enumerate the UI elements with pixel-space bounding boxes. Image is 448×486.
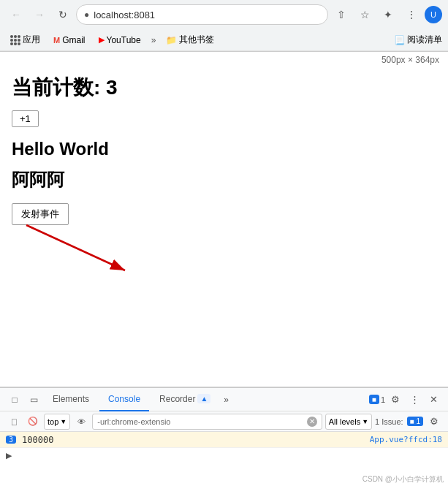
apps-bookmark[interactable]: 应用: [6, 32, 45, 48]
clear-console-button[interactable]: ⎕: [6, 414, 22, 430]
devtools-tabs: □ ▭ Elements Console Recorder ▲ » ■ 1: [0, 388, 448, 411]
address-text: localhost:8081: [94, 10, 320, 20]
profile-button[interactable]: U: [425, 6, 442, 23]
other-bookmarks[interactable]: 📁 其他书签: [166, 34, 214, 46]
forward-button[interactable]: →: [29, 4, 50, 25]
issue-text: 1 Issue:: [375, 417, 403, 426]
tab-elements-label: Elements: [53, 394, 89, 404]
devtools-panel: □ ▭ Elements Console Recorder ▲ » ■ 1: [0, 387, 448, 486]
reading-list[interactable]: 📃 阅读清单: [394, 34, 442, 46]
console-value: 100000: [22, 435, 370, 445]
tab-console[interactable]: Console: [99, 388, 149, 411]
youtube-icon: ▶: [99, 35, 105, 45]
youtube-label: YouTube: [107, 35, 141, 45]
page-size: 500px × 364px: [0, 52, 448, 68]
filter-value: -url:chrome-extensio: [97, 417, 307, 426]
menu-button[interactable]: ⋮: [401, 4, 422, 25]
console-link[interactable]: App.vue?ffcd:18: [370, 435, 442, 444]
context-selector[interactable]: top ▼: [44, 414, 70, 430]
level-selector[interactable]: All levels ▼: [325, 414, 372, 430]
gmail-icon: M: [53, 36, 60, 45]
cursor-icon: ▶: [6, 451, 12, 460]
page-content: 当前计数: 3 +1 Hello World 阿阿阿 发射事件: [0, 68, 448, 387]
red-arrow: [19, 218, 136, 280]
watermark: CSDN @小小白学计算机: [362, 474, 444, 485]
bookmarks-bar: 应用 M Gmail ▶ YouTube » 📁 其他书签 📃 阅读清单: [0, 29, 448, 51]
filter-input[interactable]: -url:chrome-extensio ✕: [92, 414, 322, 430]
svg-line-1: [26, 225, 125, 270]
console-cursor-row: ▶: [0, 448, 448, 463]
back-button[interactable]: ←: [6, 4, 26, 25]
hello-world-text: Hello World: [12, 139, 436, 159]
gmail-bookmark[interactable]: M Gmail: [49, 34, 90, 47]
address-bar[interactable]: ● localhost:8081: [76, 4, 328, 25]
event-button[interactable]: 发射事件: [12, 203, 69, 225]
aha-text: 阿阿阿: [12, 168, 436, 191]
filter-button[interactable]: 🚫: [25, 414, 41, 430]
reload-button[interactable]: ↻: [53, 4, 73, 25]
youtube-bookmark[interactable]: ▶ YouTube: [94, 34, 145, 47]
more-bookmarks-button[interactable]: »: [151, 35, 156, 45]
apps-label: 应用: [23, 34, 40, 46]
devtools-toolbar: ⎕ 🚫 top ▼ 👁 -url:chrome-extensio ✕ All l…: [0, 411, 448, 432]
issue-button[interactable]: 1 Issue: ■ 1: [375, 417, 423, 426]
console-row: 3 100000 App.vue?ffcd:18: [0, 432, 448, 448]
tab-recorder[interactable]: Recorder ▲: [151, 388, 219, 411]
devtools-close-button[interactable]: ✕: [425, 391, 442, 409]
lock-icon: ●: [84, 10, 89, 20]
tab-recorder-label: Recorder: [159, 394, 195, 404]
devtools-more-button[interactable]: ⋮: [406, 391, 423, 409]
filter-clear-button[interactable]: ✕: [307, 417, 317, 427]
issue-badge: ■ 1: [407, 417, 423, 426]
issue-icon: ■: [369, 395, 379, 404]
other-label: 其他书签: [179, 34, 214, 46]
share-button[interactable]: ⇧: [331, 4, 352, 25]
devtools-settings-button[interactable]: ⚙: [387, 391, 404, 409]
bookmark-button[interactable]: ☆: [354, 4, 375, 25]
devtools-device-button[interactable]: ▭: [25, 391, 42, 409]
issue-count-label: 1: [381, 395, 385, 404]
console-badge: 3: [6, 436, 16, 444]
tab-console-label: Console: [108, 394, 140, 404]
plus-button[interactable]: +1: [12, 110, 39, 127]
context-dropdown-icon: ▼: [60, 418, 67, 425]
devtools-inspect-button[interactable]: □: [6, 391, 23, 409]
tab-elements[interactable]: Elements: [44, 388, 98, 411]
level-dropdown-icon: ▼: [362, 418, 368, 425]
extension-button[interactable]: ✦: [378, 4, 398, 25]
apps-icon: [10, 35, 20, 45]
reading-icon: 📃: [394, 35, 405, 45]
gmail-label: Gmail: [62, 35, 85, 45]
folder-icon: 📁: [166, 35, 177, 45]
console-settings-button[interactable]: ⚙: [426, 414, 442, 430]
recorder-badge: ▲: [197, 394, 210, 403]
eye-button[interactable]: 👁: [73, 414, 89, 430]
reading-label: 阅读清单: [407, 34, 442, 46]
level-label: All levels: [329, 417, 360, 426]
counter-display: 当前计数: 3: [12, 74, 436, 102]
more-tabs-button[interactable]: »: [221, 395, 232, 405]
context-label: top: [48, 417, 58, 426]
